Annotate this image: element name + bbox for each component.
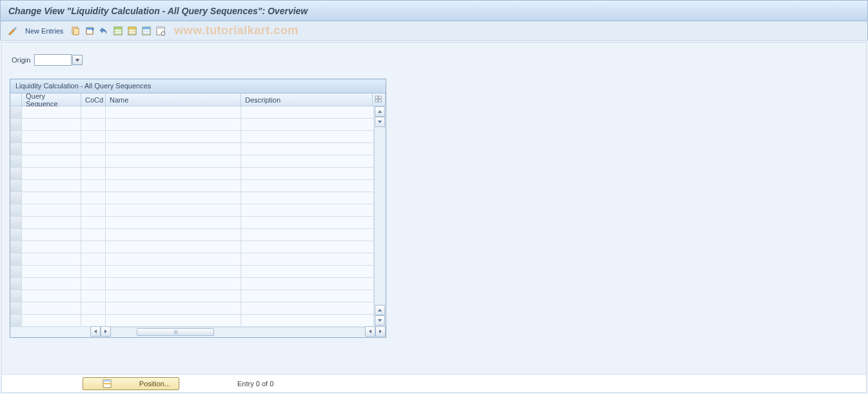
scroll-down-button-2[interactable] (375, 315, 385, 326)
cell-query-sequence[interactable] (22, 168, 81, 180)
row-selector[interactable] (10, 315, 22, 327)
cell-description[interactable] (241, 290, 374, 302)
row-selector[interactable] (10, 180, 22, 192)
table-row[interactable] (10, 241, 374, 253)
vertical-scrollbar[interactable] (374, 106, 386, 326)
table-row[interactable] (10, 315, 374, 327)
cell-description[interactable] (241, 143, 374, 155)
deselect-all-icon[interactable] (141, 25, 152, 37)
undo-icon[interactable] (98, 25, 110, 37)
table-row[interactable] (10, 119, 374, 131)
cell-description[interactable] (241, 131, 374, 143)
column-header-query-sequence[interactable]: Query Sequence (22, 94, 81, 106)
table-row[interactable] (10, 290, 374, 302)
cell-description[interactable] (241, 155, 374, 168)
row-selector[interactable] (10, 143, 22, 155)
cell-name[interactable] (106, 192, 241, 204)
horizontal-scrollbar[interactable] (10, 326, 386, 337)
origin-input[interactable] (34, 54, 72, 66)
cell-description[interactable] (241, 168, 374, 180)
table-row[interactable] (10, 143, 374, 155)
cell-query-sequence[interactable] (22, 266, 81, 278)
table-row[interactable] (10, 131, 374, 143)
cell-cocd[interactable] (81, 315, 106, 327)
scroll-right-button[interactable] (101, 326, 111, 337)
column-header-cocd[interactable]: CoCd (81, 94, 106, 106)
cell-cocd[interactable] (81, 229, 106, 241)
cell-description[interactable] (241, 229, 374, 241)
cell-query-sequence[interactable] (22, 155, 81, 168)
cell-query-sequence[interactable] (22, 217, 81, 229)
cell-name[interactable] (106, 315, 241, 327)
cell-description[interactable] (241, 253, 374, 266)
cell-name[interactable] (106, 302, 241, 315)
table-row[interactable] (10, 192, 374, 204)
cell-description[interactable] (241, 180, 374, 192)
scroll-left-button[interactable] (90, 326, 101, 337)
cell-query-sequence[interactable] (22, 229, 81, 241)
table-row[interactable] (10, 253, 374, 266)
cell-query-sequence[interactable] (22, 315, 81, 327)
cell-name[interactable] (106, 253, 241, 266)
cell-name[interactable] (106, 290, 241, 302)
row-selector[interactable] (10, 119, 22, 131)
cell-name[interactable] (106, 229, 241, 241)
cell-cocd[interactable] (81, 278, 106, 290)
table-row[interactable] (10, 168, 374, 180)
cell-cocd[interactable] (81, 217, 106, 229)
cell-query-sequence[interactable] (22, 192, 81, 204)
cell-query-sequence[interactable] (22, 119, 81, 131)
cell-name[interactable] (106, 241, 241, 253)
vertical-scroll-track[interactable] (374, 127, 386, 305)
cell-query-sequence[interactable] (22, 180, 81, 192)
cell-query-sequence[interactable] (22, 278, 81, 290)
cell-name[interactable] (106, 143, 241, 155)
row-selector[interactable] (10, 155, 22, 168)
row-selector[interactable] (10, 266, 22, 278)
cell-description[interactable] (241, 315, 374, 327)
column-header-name[interactable]: Name (106, 94, 241, 106)
cell-name[interactable] (106, 204, 241, 217)
row-selector-header[interactable] (10, 94, 22, 106)
cell-cocd[interactable] (81, 143, 106, 155)
cell-cocd[interactable] (81, 155, 106, 168)
table-row[interactable] (10, 155, 374, 168)
cell-cocd[interactable] (81, 106, 106, 119)
horizontal-scroll-track[interactable] (111, 327, 365, 336)
delete-icon[interactable] (84, 25, 95, 37)
cell-description[interactable] (241, 241, 374, 253)
cell-description[interactable] (241, 204, 374, 217)
cell-query-sequence[interactable] (22, 131, 81, 143)
table-row[interactable] (10, 229, 374, 241)
row-selector[interactable] (10, 253, 22, 266)
table-row[interactable] (10, 302, 374, 315)
scroll-up-button[interactable] (375, 106, 385, 117)
scroll-down-button[interactable] (375, 117, 385, 127)
cell-description[interactable] (241, 278, 374, 290)
row-selector[interactable] (10, 217, 22, 229)
select-block-icon[interactable] (126, 25, 138, 37)
cell-name[interactable] (106, 266, 241, 278)
row-selector[interactable] (10, 168, 22, 180)
cell-cocd[interactable] (81, 302, 106, 315)
cell-query-sequence[interactable] (22, 253, 81, 266)
row-selector[interactable] (10, 204, 22, 217)
table-row[interactable] (10, 204, 374, 217)
cell-cocd[interactable] (81, 119, 106, 131)
cell-name[interactable] (106, 106, 241, 119)
cell-cocd[interactable] (81, 180, 106, 192)
scroll-up-button-2[interactable] (375, 305, 385, 315)
cell-cocd[interactable] (81, 290, 106, 302)
cell-cocd[interactable] (81, 266, 106, 278)
cell-cocd[interactable] (81, 253, 106, 266)
copy-as-icon[interactable] (70, 25, 81, 37)
row-selector[interactable] (10, 106, 22, 119)
row-selector[interactable] (10, 192, 22, 204)
cell-cocd[interactable] (81, 241, 106, 253)
print-config-icon[interactable] (155, 25, 166, 37)
cell-query-sequence[interactable] (22, 204, 81, 217)
cell-query-sequence[interactable] (22, 290, 81, 302)
horizontal-scroll-thumb[interactable] (137, 328, 214, 336)
origin-dropdown-button[interactable] (72, 55, 83, 65)
cell-description[interactable] (241, 192, 374, 204)
